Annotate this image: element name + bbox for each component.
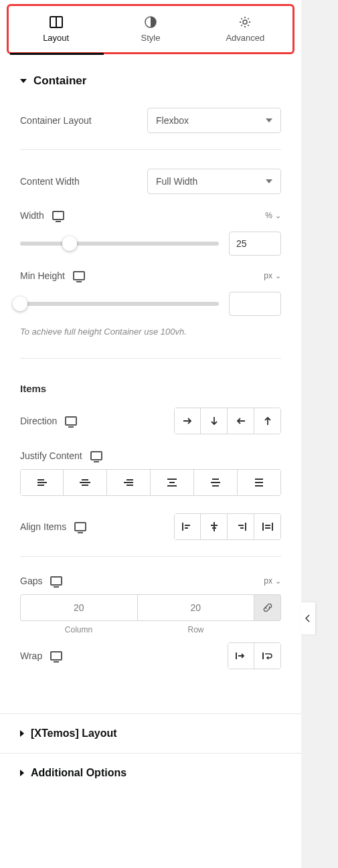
unit-width-value: % (265, 211, 272, 220)
row-width: Width % ⌄ (20, 202, 281, 229)
responsive-icon[interactable] (74, 522, 86, 531)
wrap-wrap-button[interactable] (254, 642, 281, 669)
align-start-button[interactable] (174, 513, 201, 540)
arrow-up-icon (262, 416, 273, 426)
elementor-panel: Layout Style Advanced Container Containe… (0, 4, 301, 792)
section-xtemos-header[interactable]: [XTemos] Layout (0, 713, 301, 753)
row-wrap: Wrap (20, 634, 281, 677)
gear-icon (238, 15, 252, 29)
layout-icon (50, 15, 63, 29)
collapse-panel-button[interactable] (301, 602, 315, 634)
row-justify-content: Justify Content (20, 442, 281, 464)
chevron-down-icon (266, 179, 272, 183)
align-end-icon (235, 521, 247, 532)
wrap-hint (20, 677, 281, 700)
right-background-strip (301, 0, 338, 868)
label-container-layout: Container Layout (20, 115, 92, 126)
direction-column-reverse-button[interactable] (254, 408, 281, 434)
align-stretch-icon (262, 521, 274, 532)
link-gaps-button[interactable] (254, 594, 281, 621)
select-container-layout[interactable]: Flexbox (147, 108, 281, 133)
direction-row-button[interactable] (174, 408, 201, 434)
justify-start-icon (36, 478, 48, 487)
justify-space-around-button[interactable] (194, 469, 238, 496)
tab-style[interactable]: Style (103, 6, 197, 52)
justify-space-between-button[interactable] (151, 469, 194, 496)
gaps-inputs (20, 594, 281, 621)
direction-row-reverse-button[interactable] (228, 408, 254, 434)
justify-start-button[interactable] (20, 469, 64, 496)
responsive-icon[interactable] (65, 416, 77, 426)
slider-width-thumb[interactable] (62, 236, 77, 251)
justify-space-around-icon (209, 478, 222, 487)
align-center-button[interactable] (201, 513, 228, 540)
align-stretch-button[interactable] (254, 513, 281, 540)
section-container-title: Container (33, 74, 86, 88)
justify-center-button[interactable] (64, 469, 107, 496)
unit-min-height-value: px (264, 271, 272, 280)
justify-space-between-icon (166, 478, 178, 487)
slider-width-wrap (20, 229, 281, 262)
tab-style-label: Style (141, 33, 161, 43)
svg-point-3 (243, 20, 247, 24)
section-additional-header[interactable]: Additional Options (0, 753, 301, 792)
responsive-icon[interactable] (50, 576, 62, 586)
unit-picker-gaps[interactable]: px ⌄ (264, 576, 281, 586)
input-min-height-value[interactable] (229, 292, 281, 316)
input-gap-row[interactable] (137, 594, 255, 621)
label-min-height: Min Height (20, 270, 65, 281)
align-center-icon (208, 521, 220, 532)
align-end-button[interactable] (228, 513, 254, 540)
tab-advanced[interactable]: Advanced (198, 6, 292, 52)
direction-column-button[interactable] (201, 408, 228, 434)
separator (20, 556, 281, 557)
section-container-header[interactable]: Container (20, 61, 281, 100)
label-width: Width (20, 210, 44, 221)
responsive-icon[interactable] (50, 651, 62, 661)
gap-labels-row: Column Row (20, 621, 281, 634)
section-xtemos-title: [XTemos] Layout (31, 727, 117, 740)
input-gap-column[interactable] (20, 594, 137, 621)
panel-tabs: Layout Style Advanced (7, 4, 294, 54)
row-align-items: Align Items (20, 505, 281, 548)
unit-picker-min-height[interactable]: px ⌄ (264, 271, 281, 280)
slider-min-height[interactable] (20, 302, 219, 306)
tab-layout[interactable]: Layout (9, 6, 103, 52)
responsive-icon[interactable] (90, 451, 102, 460)
tab-layout-label: Layout (43, 33, 69, 43)
responsive-icon[interactable] (52, 211, 64, 220)
wrap-nowrap-button[interactable] (228, 642, 254, 669)
align-start-icon (181, 521, 193, 532)
label-align-items: Align Items (20, 521, 66, 532)
wrap-icon (262, 651, 274, 661)
align-items-buttons (174, 513, 281, 540)
row-gaps: Gaps px ⌄ (20, 568, 281, 594)
min-height-hint: To achieve full height Container use 100… (20, 323, 281, 350)
row-content-width: Content Width Full Width (20, 161, 281, 202)
select-container-layout-value: Flexbox (156, 115, 189, 126)
label-justify-content: Justify Content (20, 450, 82, 461)
justify-end-button[interactable] (107, 469, 151, 496)
chevron-left-icon (305, 614, 311, 622)
row-min-height: Min Height px ⌄ (20, 262, 281, 289)
select-content-width[interactable]: Full Width (147, 169, 281, 194)
active-tab-underline (10, 53, 104, 55)
slider-min-height-thumb[interactable] (13, 296, 27, 311)
bottom-sections: [XTemos] Layout Additional Options (0, 713, 301, 792)
chevron-down-icon: ⌄ (275, 211, 281, 220)
slider-min-height-wrap (20, 289, 281, 323)
chevron-down-icon: ⌄ (275, 577, 281, 586)
arrow-down-icon (209, 416, 220, 426)
label-wrap: Wrap (20, 650, 42, 661)
gap-column-label: Column (20, 625, 137, 634)
label-content-width: Content Width (20, 176, 80, 187)
slider-width[interactable] (20, 242, 219, 246)
input-width-value[interactable] (229, 232, 281, 256)
link-icon (262, 602, 273, 613)
tab-advanced-label: Advanced (226, 33, 264, 43)
label-gaps: Gaps (20, 576, 42, 586)
justify-space-evenly-button[interactable] (238, 469, 281, 496)
select-content-width-value: Full Width (156, 176, 197, 187)
responsive-icon[interactable] (73, 271, 85, 280)
unit-picker-width[interactable]: % ⌄ (265, 211, 281, 220)
